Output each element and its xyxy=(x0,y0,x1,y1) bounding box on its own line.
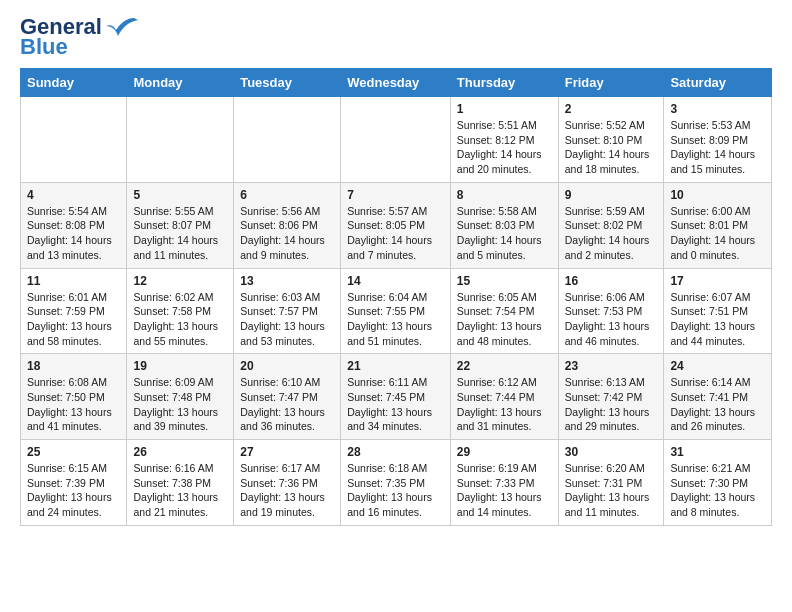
calendar-cell: 13Sunrise: 6:03 AM Sunset: 7:57 PM Dayli… xyxy=(234,268,341,354)
calendar-week-row: 25Sunrise: 6:15 AM Sunset: 7:39 PM Dayli… xyxy=(21,440,772,526)
weekday-header-tuesday: Tuesday xyxy=(234,69,341,97)
day-content: Sunrise: 6:01 AM Sunset: 7:59 PM Dayligh… xyxy=(27,290,120,349)
day-number: 25 xyxy=(27,445,120,459)
day-content: Sunrise: 6:11 AM Sunset: 7:45 PM Dayligh… xyxy=(347,375,444,434)
day-content: Sunrise: 6:21 AM Sunset: 7:30 PM Dayligh… xyxy=(670,461,765,520)
day-content: Sunrise: 6:18 AM Sunset: 7:35 PM Dayligh… xyxy=(347,461,444,520)
day-number: 19 xyxy=(133,359,227,373)
day-number: 29 xyxy=(457,445,552,459)
day-content: Sunrise: 5:55 AM Sunset: 8:07 PM Dayligh… xyxy=(133,204,227,263)
day-content: Sunrise: 6:06 AM Sunset: 7:53 PM Dayligh… xyxy=(565,290,658,349)
weekday-header-saturday: Saturday xyxy=(664,69,772,97)
weekday-header-friday: Friday xyxy=(558,69,664,97)
day-content: Sunrise: 5:54 AM Sunset: 8:08 PM Dayligh… xyxy=(27,204,120,263)
day-number: 26 xyxy=(133,445,227,459)
day-number: 15 xyxy=(457,274,552,288)
day-content: Sunrise: 6:00 AM Sunset: 8:01 PM Dayligh… xyxy=(670,204,765,263)
day-number: 31 xyxy=(670,445,765,459)
calendar-cell: 27Sunrise: 6:17 AM Sunset: 7:36 PM Dayli… xyxy=(234,440,341,526)
weekday-header-wednesday: Wednesday xyxy=(341,69,451,97)
calendar-cell: 18Sunrise: 6:08 AM Sunset: 7:50 PM Dayli… xyxy=(21,354,127,440)
calendar-cell: 14Sunrise: 6:04 AM Sunset: 7:55 PM Dayli… xyxy=(341,268,451,354)
day-number: 7 xyxy=(347,188,444,202)
calendar-cell: 15Sunrise: 6:05 AM Sunset: 7:54 PM Dayli… xyxy=(450,268,558,354)
calendar-cell: 31Sunrise: 6:21 AM Sunset: 7:30 PM Dayli… xyxy=(664,440,772,526)
calendar-cell: 9Sunrise: 5:59 AM Sunset: 8:02 PM Daylig… xyxy=(558,182,664,268)
calendar-cell: 16Sunrise: 6:06 AM Sunset: 7:53 PM Dayli… xyxy=(558,268,664,354)
calendar-cell: 29Sunrise: 6:19 AM Sunset: 7:33 PM Dayli… xyxy=(450,440,558,526)
calendar-cell xyxy=(21,97,127,183)
weekday-header-monday: Monday xyxy=(127,69,234,97)
calendar-cell: 3Sunrise: 5:53 AM Sunset: 8:09 PM Daylig… xyxy=(664,97,772,183)
day-content: Sunrise: 6:04 AM Sunset: 7:55 PM Dayligh… xyxy=(347,290,444,349)
day-number: 8 xyxy=(457,188,552,202)
day-number: 18 xyxy=(27,359,120,373)
day-number: 23 xyxy=(565,359,658,373)
day-content: Sunrise: 6:14 AM Sunset: 7:41 PM Dayligh… xyxy=(670,375,765,434)
calendar-cell xyxy=(234,97,341,183)
day-content: Sunrise: 5:53 AM Sunset: 8:09 PM Dayligh… xyxy=(670,118,765,177)
day-content: Sunrise: 6:03 AM Sunset: 7:57 PM Dayligh… xyxy=(240,290,334,349)
weekday-header-thursday: Thursday xyxy=(450,69,558,97)
day-number: 11 xyxy=(27,274,120,288)
day-content: Sunrise: 6:05 AM Sunset: 7:54 PM Dayligh… xyxy=(457,290,552,349)
calendar-cell: 1Sunrise: 5:51 AM Sunset: 8:12 PM Daylig… xyxy=(450,97,558,183)
day-number: 14 xyxy=(347,274,444,288)
day-number: 17 xyxy=(670,274,765,288)
calendar-cell: 5Sunrise: 5:55 AM Sunset: 8:07 PM Daylig… xyxy=(127,182,234,268)
day-number: 16 xyxy=(565,274,658,288)
calendar-cell: 8Sunrise: 5:58 AM Sunset: 8:03 PM Daylig… xyxy=(450,182,558,268)
day-content: Sunrise: 6:12 AM Sunset: 7:44 PM Dayligh… xyxy=(457,375,552,434)
day-content: Sunrise: 6:16 AM Sunset: 7:38 PM Dayligh… xyxy=(133,461,227,520)
calendar-cell: 28Sunrise: 6:18 AM Sunset: 7:35 PM Dayli… xyxy=(341,440,451,526)
day-number: 10 xyxy=(670,188,765,202)
day-content: Sunrise: 6:15 AM Sunset: 7:39 PM Dayligh… xyxy=(27,461,120,520)
day-number: 4 xyxy=(27,188,120,202)
calendar-cell: 17Sunrise: 6:07 AM Sunset: 7:51 PM Dayli… xyxy=(664,268,772,354)
calendar-cell: 22Sunrise: 6:12 AM Sunset: 7:44 PM Dayli… xyxy=(450,354,558,440)
calendar-cell: 11Sunrise: 6:01 AM Sunset: 7:59 PM Dayli… xyxy=(21,268,127,354)
calendar-week-row: 1Sunrise: 5:51 AM Sunset: 8:12 PM Daylig… xyxy=(21,97,772,183)
calendar-cell: 7Sunrise: 5:57 AM Sunset: 8:05 PM Daylig… xyxy=(341,182,451,268)
day-content: Sunrise: 5:59 AM Sunset: 8:02 PM Dayligh… xyxy=(565,204,658,263)
calendar-cell: 12Sunrise: 6:02 AM Sunset: 7:58 PM Dayli… xyxy=(127,268,234,354)
calendar-week-row: 11Sunrise: 6:01 AM Sunset: 7:59 PM Dayli… xyxy=(21,268,772,354)
day-content: Sunrise: 6:09 AM Sunset: 7:48 PM Dayligh… xyxy=(133,375,227,434)
logo-bird-icon xyxy=(106,16,138,38)
calendar-cell: 10Sunrise: 6:00 AM Sunset: 8:01 PM Dayli… xyxy=(664,182,772,268)
day-number: 22 xyxy=(457,359,552,373)
day-content: Sunrise: 6:02 AM Sunset: 7:58 PM Dayligh… xyxy=(133,290,227,349)
day-content: Sunrise: 5:52 AM Sunset: 8:10 PM Dayligh… xyxy=(565,118,658,177)
day-content: Sunrise: 6:07 AM Sunset: 7:51 PM Dayligh… xyxy=(670,290,765,349)
calendar-header-row: SundayMondayTuesdayWednesdayThursdayFrid… xyxy=(21,69,772,97)
calendar-cell: 6Sunrise: 5:56 AM Sunset: 8:06 PM Daylig… xyxy=(234,182,341,268)
day-content: Sunrise: 5:57 AM Sunset: 8:05 PM Dayligh… xyxy=(347,204,444,263)
day-number: 28 xyxy=(347,445,444,459)
page-header: General Blue xyxy=(20,16,772,60)
weekday-header-sunday: Sunday xyxy=(21,69,127,97)
day-content: Sunrise: 6:10 AM Sunset: 7:47 PM Dayligh… xyxy=(240,375,334,434)
day-number: 5 xyxy=(133,188,227,202)
calendar-week-row: 18Sunrise: 6:08 AM Sunset: 7:50 PM Dayli… xyxy=(21,354,772,440)
calendar-cell: 26Sunrise: 6:16 AM Sunset: 7:38 PM Dayli… xyxy=(127,440,234,526)
calendar-cell: 4Sunrise: 5:54 AM Sunset: 8:08 PM Daylig… xyxy=(21,182,127,268)
logo-blue: Blue xyxy=(20,34,68,60)
day-content: Sunrise: 5:51 AM Sunset: 8:12 PM Dayligh… xyxy=(457,118,552,177)
day-content: Sunrise: 6:08 AM Sunset: 7:50 PM Dayligh… xyxy=(27,375,120,434)
day-content: Sunrise: 6:19 AM Sunset: 7:33 PM Dayligh… xyxy=(457,461,552,520)
day-content: Sunrise: 6:17 AM Sunset: 7:36 PM Dayligh… xyxy=(240,461,334,520)
day-number: 20 xyxy=(240,359,334,373)
calendar-week-row: 4Sunrise: 5:54 AM Sunset: 8:08 PM Daylig… xyxy=(21,182,772,268)
day-number: 2 xyxy=(565,102,658,116)
day-number: 3 xyxy=(670,102,765,116)
calendar-cell: 20Sunrise: 6:10 AM Sunset: 7:47 PM Dayli… xyxy=(234,354,341,440)
calendar-cell xyxy=(127,97,234,183)
calendar-cell: 19Sunrise: 6:09 AM Sunset: 7:48 PM Dayli… xyxy=(127,354,234,440)
day-content: Sunrise: 5:58 AM Sunset: 8:03 PM Dayligh… xyxy=(457,204,552,263)
calendar-cell: 24Sunrise: 6:14 AM Sunset: 7:41 PM Dayli… xyxy=(664,354,772,440)
calendar-cell: 21Sunrise: 6:11 AM Sunset: 7:45 PM Dayli… xyxy=(341,354,451,440)
day-number: 13 xyxy=(240,274,334,288)
calendar-cell: 2Sunrise: 5:52 AM Sunset: 8:10 PM Daylig… xyxy=(558,97,664,183)
day-number: 21 xyxy=(347,359,444,373)
day-number: 6 xyxy=(240,188,334,202)
